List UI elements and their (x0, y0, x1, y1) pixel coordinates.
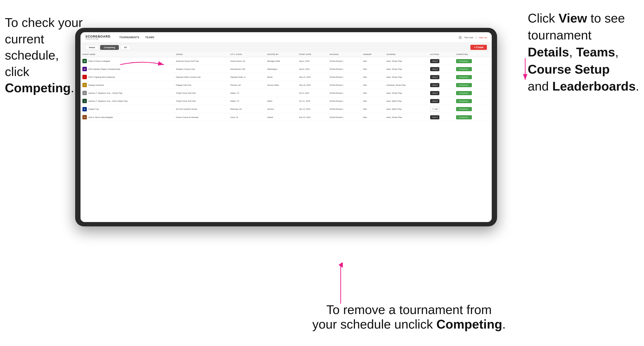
ar-line1: Click (528, 11, 558, 25)
cell-gender: Men (361, 73, 384, 81)
cell-scoring: team, Stroke Play (384, 73, 428, 81)
ar-comma1: , (569, 45, 576, 59)
team-logo: J (82, 91, 87, 95)
cell-event-name: JJackson T. Stephens Cup – Stroke Play (80, 89, 174, 97)
event-name-text: Copper Cup (88, 108, 99, 110)
table-row: IOFCC Fighting Illini InvitationalOlympi… (80, 73, 492, 81)
competing-button[interactable]: Competing ✓ (456, 99, 472, 103)
view-button[interactable]: View ℹ (430, 115, 439, 119)
nav-right: Test User | Sign out (458, 36, 487, 39)
cell-gender: Men (361, 105, 384, 113)
edit-button[interactable]: ✏ Edit (430, 107, 440, 111)
view-button[interactable]: View ℹ (430, 83, 439, 87)
nav-teams[interactable]: TEAMS (142, 36, 157, 39)
view-button[interactable]: View ℹ (430, 59, 439, 63)
competing-button[interactable]: Competing ✓ (456, 59, 472, 63)
cell-venue: American Dunes Golf Club (174, 57, 228, 65)
cell-competing: Competing ✓ (454, 57, 492, 65)
competing-button[interactable]: Competing ✓ (456, 91, 472, 95)
col-gender: GENDER (361, 52, 384, 57)
annotation-line3: click (5, 65, 29, 79)
event-name-text: John A. Burns Intercollegiate (88, 116, 113, 118)
filter-all[interactable]: All (120, 45, 130, 50)
filter-competing[interactable]: Competing (100, 45, 119, 50)
cell-start: Oct 9, 2023 (297, 89, 328, 97)
filter-bar: Home Competing All + Create (80, 43, 492, 52)
ar-teams: Teams (576, 45, 615, 59)
ar-line2: to see (587, 11, 625, 25)
cell-actions: View ℹ (428, 113, 454, 121)
cell-event-name: IOFCC Fighting Illini Invitational (80, 73, 174, 81)
cell-hosted: Illinois (265, 73, 297, 81)
table-container: EVENT NAME VENUE CITY, STATE HOSTED BY S… (80, 52, 492, 222)
view-button[interactable]: View ℹ (430, 67, 439, 71)
ab-bold: Competing (436, 317, 502, 331)
team-logo: W (82, 67, 87, 71)
cell-scoring: individual, Stroke Play (384, 81, 428, 89)
team-logo: H (82, 115, 87, 119)
ab-line2: your schedule unclick (312, 317, 436, 331)
user-icon (458, 36, 462, 39)
competing-button[interactable]: Competing ✓ (456, 107, 472, 111)
cell-start: Sep 4, 2023 (297, 57, 328, 65)
cell-venue: Papago Golf Club (174, 81, 228, 89)
cell-hosted: Arizona (265, 105, 297, 113)
cell-start: Jan 14, 2024 (297, 105, 328, 113)
cell-division: NCAA Division I (328, 65, 361, 73)
col-division: DIVISION (328, 52, 361, 57)
nav-links: TOURNAMENTS TEAMS (116, 36, 157, 39)
filter-home[interactable]: Home (85, 45, 99, 50)
nav-tournaments[interactable]: TOURNAMENTS (116, 36, 142, 39)
cell-venue: Ak-Chin Southern Dunes (174, 105, 228, 113)
ar-comma2: , (615, 45, 618, 59)
cell-city: Dallas, TX (228, 97, 265, 105)
col-start: START DATE (297, 52, 328, 57)
cell-hosted (265, 89, 297, 97)
cell-competing: Competing ✓ (454, 97, 492, 105)
table-row: HJohn A. Burns IntercollegiateOcean Cour… (80, 113, 492, 121)
create-button[interactable]: + Create (470, 45, 487, 50)
cell-competing: Competing ✓ (454, 105, 492, 113)
competing-button[interactable]: Competing ✓ (456, 75, 472, 79)
view-button[interactable]: View ℹ (430, 75, 439, 79)
table-row: PPapago IndividualPapago Golf ClubPhoeni… (80, 81, 492, 89)
cell-gender: Men (361, 113, 384, 121)
competing-button[interactable]: Competing ✓ (456, 67, 472, 71)
cell-division: NCAA Division I (328, 73, 361, 81)
cell-event-name: ACopper Cup (80, 105, 174, 113)
cell-venue: Trinity Forest Golf Club (174, 97, 228, 105)
view-button[interactable]: View ℹ (430, 99, 439, 103)
cell-scoring: team, Stroke Play (384, 65, 428, 73)
cell-competing: Competing ✓ (454, 73, 492, 81)
competing-button[interactable]: Competing ✓ (456, 83, 472, 87)
cell-scoring: team, Match Play (384, 105, 428, 113)
cell-actions: View ℹ (428, 89, 454, 97)
view-button[interactable]: View ℹ (430, 91, 439, 95)
table-row: JJackson T. Stephens Cup – Men's Match P… (80, 97, 492, 105)
event-name-text: Folds of Honor Collegiate (88, 60, 110, 62)
cell-event-name: HJohn A. Burns Intercollegiate (80, 113, 174, 121)
arrow-to-competing-col (506, 56, 544, 85)
competing-button[interactable]: Competing ✓ (456, 115, 472, 119)
annotation-bottom: To remove a tournament from your schedul… (312, 302, 506, 332)
nav-signout[interactable]: Sign out (479, 36, 487, 39)
ar-line3: tournament (528, 28, 592, 42)
cell-competing: Competing ✓ (454, 113, 492, 121)
col-competing: COMPETING (454, 52, 492, 57)
scoreboard-logo: SCOREBOARD Powered by clippi (85, 35, 110, 40)
cell-city: Lihue, HI (228, 113, 265, 121)
arrow-to-competing (118, 57, 166, 72)
annotation-period: . (71, 81, 74, 95)
cell-event-name: PPapago Individual (80, 81, 174, 89)
cell-city: Grand Haven, MI (228, 57, 265, 65)
event-name-text: Jackson T. Stephens Cup – Stroke Play (88, 92, 122, 94)
team-logo: M (82, 59, 87, 63)
cell-competing: Competing ✓ (454, 81, 492, 89)
ar-leader: Leaderboards (552, 79, 636, 93)
navbar: SCOREBOARD Powered by clippi TOURNAMENTS… (80, 32, 492, 43)
arrow-to-remove-competing (337, 262, 344, 306)
cell-city: Dallas, TX (228, 89, 265, 97)
col-event-name: EVENT NAME (80, 52, 174, 57)
col-actions: ACTIONS (428, 52, 454, 57)
cell-scoring: team, Stroke Play (384, 57, 428, 65)
